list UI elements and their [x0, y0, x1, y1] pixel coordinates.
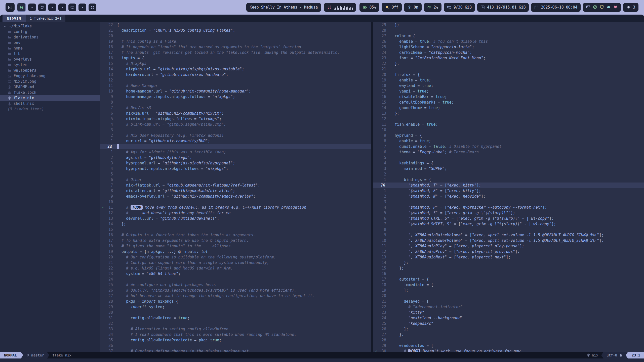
battery-module[interactable]: 85%	[359, 3, 379, 12]
code-line[interactable]: 31 config.allowUnfree = true;	[100, 315, 371, 321]
tray-cloud[interactable]	[607, 5, 611, 10]
disk-module[interactable]: 413.19/915.81 GiB	[477, 3, 529, 12]
code-line[interactable]: 2 "$mainMod, N" = ["exec, neovide"];	[373, 194, 644, 199]
code-line[interactable]: 1 "$mainMod, E" = ["exec, kitty"];	[373, 188, 644, 194]
code-line[interactable]: 8	[100, 100, 371, 105]
code-line[interactable]: 15 };	[373, 265, 644, 271]
code-line[interactable]: 14 gnomeTheme = true;	[373, 105, 644, 111]
code-line[interactable]: 11 fish.enable = true;	[373, 122, 644, 127]
code-line[interactable]: 24 darkScheme = "catppuccin-mocha";	[373, 50, 644, 55]
code-line[interactable]: 21 # Configs can support more than a sin…	[100, 260, 371, 265]
code-line[interactable]: 23 font = "JetBrainsMono Nerd Font Mono"…	[373, 55, 644, 61]
code-line[interactable]: 7 # NeoVim <3	[100, 105, 371, 111]
code-line[interactable]: ✓11 # TODO Move away from devshell, as i…	[100, 205, 371, 210]
workspace-neovim[interactable]	[17, 3, 26, 12]
tree-item-flake-nix[interactable]: flake.nix	[0, 95, 100, 101]
code-line[interactable]: 10	[100, 199, 371, 205]
code-line[interactable]: 21 description = "ChUrl's NixOS config u…	[100, 28, 371, 33]
code-line[interactable]: 19 outputs = {nixpkgs, ...} @ inputs: le…	[100, 249, 371, 254]
notifications-dnd-module[interactable]: Off	[382, 3, 401, 12]
code-line[interactable]: 9 home-manager.inputs.nixpkgs.follows = …	[100, 94, 371, 100]
code-line[interactable]: 23 "kitty"	[373, 310, 644, 315]
code-line[interactable]: 27 color = {	[373, 33, 644, 39]
tree-item-system[interactable]: system	[0, 62, 100, 68]
code-line[interactable]: 6 nixvim.url = "github:nix-community/nix…	[100, 111, 371, 116]
code-line[interactable]: 4 "$mainMod, P" = ["exec, hyprpicker --a…	[373, 205, 644, 210]
code-line[interactable]: 3	[100, 127, 371, 133]
code-line[interactable]: 20	[100, 33, 371, 39]
tree-item-overlays[interactable]: overlays	[0, 57, 100, 62]
code-line[interactable]: 13 };	[373, 111, 644, 116]
code-line[interactable]: 16 # Outputs is a function that takes th…	[100, 232, 371, 238]
workspace-monitor[interactable]	[68, 4, 76, 11]
code-line[interactable]: 12 # and doesn't provide any benefits fo…	[100, 210, 371, 216]
code-line[interactable]: 24 "nextcloud --background"	[373, 315, 644, 321]
code-line[interactable]: 17 # To handle extra arguments we use th…	[100, 238, 371, 243]
code-line[interactable]: 11 # Home Manager	[100, 83, 371, 88]
code-line[interactable]: 29 windowrules = [	[373, 343, 644, 348]
code-line[interactable]: 8 enable = true;	[373, 138, 644, 144]
tree-item-shell-nix[interactable]: shell.nix	[0, 101, 100, 106]
code-line[interactable]: 37 # Overlays define changes in the nixp…	[100, 348, 371, 352]
code-line[interactable]: 36	[100, 343, 371, 348]
code-line[interactable]: 24	[100, 277, 371, 282]
code-line[interactable]: 16 disableTabBar = true;	[373, 94, 644, 100]
code-line[interactable]: 26 # Usually, "nixpkgs.legacyPackages.${…	[100, 288, 371, 293]
code-line[interactable]: 14 };	[373, 260, 644, 265]
code-line[interactable]: 17 # The inputs' git revisions get locke…	[100, 50, 371, 55]
code-line[interactable]: 2 ags.url = "github:Aylur/ags";	[100, 155, 371, 160]
workspace-4[interactable]	[78, 4, 86, 11]
tree-item-flake-lock[interactable]: flake.lock	[0, 90, 100, 95]
code-line[interactable]: 2 # Nix User Repository (e.g. Firefox ad…	[100, 133, 371, 138]
tree-item-9-hidden-items[interactable]: (9 hidden items)	[0, 106, 100, 112]
code-line[interactable]: 20 # Our configuration is buildable on t…	[100, 254, 371, 260]
notification-center[interactable]: 3	[623, 3, 638, 12]
media-title-pill[interactable]: Keep Shelly In Athens - Medusa	[246, 3, 321, 12]
tray-mail[interactable]	[586, 5, 590, 10]
tree-item-home[interactable]: home	[0, 46, 100, 51]
code-line[interactable]: 6 # Other	[100, 177, 371, 183]
code-line[interactable]: 18 # It gives the name "inputs" to the .…	[100, 243, 371, 249]
code-line[interactable]: 23	[100, 144, 371, 149]
code-line[interactable]: 16	[373, 271, 644, 277]
code-line[interactable]: 29 inherit system;	[100, 304, 371, 310]
launcher-terminal[interactable]	[6, 3, 15, 12]
tree-item-readme-md[interactable]: README.md	[0, 84, 100, 90]
clock-module[interactable]: 2025-06-18 00:04	[531, 3, 581, 12]
code-line[interactable]: 9 hyprland = {	[373, 133, 644, 138]
code-line[interactable]: 76 "$mainMod, T" = ["exec, kitty"];	[373, 183, 644, 188]
code-line[interactable]: 20 firefox = {	[373, 72, 644, 77]
code-line[interactable]: 18 wayland = true;	[373, 83, 644, 88]
code-line[interactable]: 35 config.allowUnfreePredicate = pkg: tr…	[100, 337, 371, 343]
code-line[interactable]: 5 "$mainMod, S" = ["exec, grim -g \"$(sl…	[373, 210, 644, 216]
tree-item-env[interactable]: env	[0, 40, 100, 46]
code-line[interactable]: 22{	[100, 22, 371, 28]
code-line[interactable]: 14 };	[100, 221, 371, 227]
code-line[interactable]: 21 delayed = [	[373, 299, 644, 304]
code-line[interactable]: 28 pkgs = import nixpkgs {	[100, 299, 371, 304]
code-line[interactable]: 14 nixpkgs.url = "github:nixos/nixpkgs/n…	[100, 66, 371, 72]
workspace-grid[interactable]	[89, 4, 96, 11]
code-line[interactable]: 1 # Ags for widgets (this was a terrible…	[100, 149, 371, 155]
code-line[interactable]: 28	[373, 337, 644, 343]
tree-item-foggy-lake-png[interactable]: Foggy-Lake.png	[0, 73, 100, 79]
code-line[interactable]: 26 enable = true; # You can't disable th…	[373, 39, 644, 44]
tree-root[interactable]: ~/NixFlake	[0, 23, 100, 29]
code-line[interactable]: 30	[100, 310, 371, 315]
workspace-1[interactable]	[28, 4, 36, 11]
tree-item-lib[interactable]: lib	[0, 51, 100, 57]
code-line[interactable]: 34 # I read somewhere that this is more …	[100, 332, 371, 337]
code-line[interactable]: 7 "$mainMod SHIFT, S" = ["exec, grim -g …	[373, 221, 644, 227]
code-line[interactable]: 1 nur.url = "github:nix-community/NUR";	[100, 138, 371, 144]
code-line[interactable]: 17 autostart = {	[373, 277, 644, 282]
code-line[interactable]: 13 devshell.url = "github:numtide/devshe…	[100, 216, 371, 221]
code-line[interactable]: 16 inputs = {	[100, 55, 371, 61]
code-line[interactable]: 32	[100, 321, 371, 326]
code-line[interactable]: 27 # but because we want to change the n…	[100, 293, 371, 299]
code-line[interactable]: 27 };	[373, 332, 644, 337]
code-line[interactable]: 18 immediate = [	[373, 282, 644, 288]
code-line[interactable]: 5 nixvim.inputs.nixpkgs.follows = "nixpk…	[100, 116, 371, 122]
code-line[interactable]: 9 emacs-overlay.url = "github:nix-commun…	[100, 194, 371, 199]
code-line[interactable]: 12	[100, 77, 371, 83]
code-line[interactable]: 2	[373, 171, 644, 177]
